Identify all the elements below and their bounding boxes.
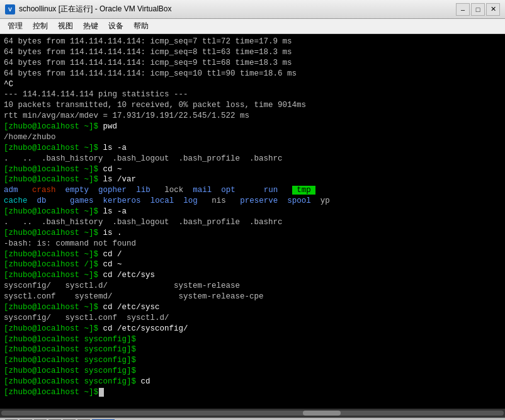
window-title: schoollinux [正在运行] - Oracle VM VirtualBo… — [19, 4, 456, 14]
scrollbar-thumb[interactable] — [303, 411, 341, 416]
menubar: 管理 控制 视图 热键 设备 帮助 — [0, 19, 505, 34]
scrollbar[interactable] — [0, 409, 505, 417]
menu-hotkey[interactable]: 热键 — [78, 20, 103, 33]
terminal[interactable]: 64 bytes from 114.114.114.114: icmp_seq=… — [0, 34, 505, 409]
app-icon: V — [5, 4, 15, 14]
menu-device[interactable]: 设备 — [103, 20, 128, 33]
menu-view[interactable]: 视图 — [53, 20, 78, 33]
menu-help[interactable]: 帮助 — [128, 20, 154, 33]
statusbar: ⊞ ◎ ⚙ 📶 🔊 💻 VBox Right Ctrl — [0, 417, 505, 420]
menu-control[interactable]: 控制 — [28, 20, 53, 33]
menu-manage[interactable]: 管理 — [3, 20, 28, 33]
close-button[interactable]: ✕ — [486, 3, 500, 16]
scrollbar-track[interactable] — [1, 411, 504, 416]
titlebar: V schoollinux [正在运行] - Oracle VM Virtual… — [0, 0, 505, 19]
maximize-button[interactable]: □ — [471, 3, 485, 16]
minimize-button[interactable]: – — [456, 3, 470, 16]
window-controls: – □ ✕ — [456, 3, 500, 16]
